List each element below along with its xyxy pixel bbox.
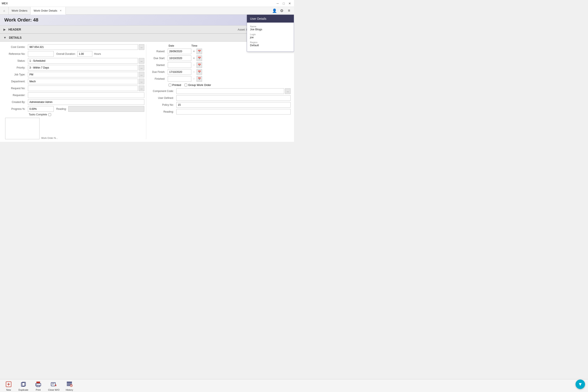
request-no-label: Request No:: [3, 87, 27, 90]
user-login-field-value: joe: [250, 36, 291, 39]
user-defined-label: User Defined:: [150, 96, 175, 100]
printed-checkbox-row[interactable]: Printed: [169, 84, 181, 86]
details-section-label: DETAILS: [9, 36, 22, 39]
finished-row: Finished: ✕ 📅: [150, 76, 291, 82]
user-details-title: User Details: [250, 17, 266, 20]
reading2-row: Reading:: [150, 109, 291, 114]
user-region-field-value: Default: [250, 44, 291, 47]
printed-checkbox[interactable]: [169, 84, 171, 86]
finished-label: Finished:: [150, 77, 167, 80]
group-wo-checkbox-row[interactable]: Group Work Order: [185, 84, 211, 86]
status-label: Status:: [3, 59, 27, 62]
finished-clear-icon[interactable]: ✕: [192, 77, 196, 80]
component-code-input[interactable]: [176, 88, 284, 94]
reference-no-label: Reference No:: [3, 52, 27, 56]
priority-browse-button[interactable]: …: [139, 65, 144, 70]
tab-bar: ⌂ Work Orders Work Order Details ✕ 👤 ⚙ ≡: [0, 7, 294, 14]
reading-label: Reading:: [56, 108, 67, 110]
cost-centre-browse-button[interactable]: …: [139, 44, 144, 50]
title-bar: MEX ─ □ ✕: [0, 0, 294, 7]
request-no-row: Request No: …: [3, 86, 144, 91]
reference-duration-row: Reference No: Overall Duration: Hours: [3, 51, 144, 57]
status-input[interactable]: [28, 58, 138, 64]
finished-input[interactable]: [168, 76, 191, 82]
close-button[interactable]: ✕: [287, 1, 292, 6]
due-finish-clear-icon[interactable]: ✕: [192, 70, 196, 74]
group-wo-checkbox[interactable]: [185, 84, 187, 86]
component-code-label: Component Code:: [150, 90, 175, 93]
priority-label: Priority:: [3, 66, 27, 69]
tab-work-order-details-label: Work Order Details: [33, 9, 57, 12]
requester-label: Requester:: [3, 94, 27, 97]
job-type-input[interactable]: [28, 72, 138, 77]
job-type-row: Job Type: …: [3, 72, 144, 77]
tab-work-order-details[interactable]: Work Order Details ✕: [30, 7, 65, 14]
policy-no-label: Policy No:: [150, 103, 175, 106]
due-finish-input[interactable]: [168, 69, 191, 75]
request-no-browse-button[interactable]: …: [139, 86, 144, 91]
department-browse-button[interactable]: …: [139, 79, 144, 84]
user-details-body: Name Joe Blogs Login joe Region Default: [247, 22, 294, 52]
user-name-field-label: Name: [250, 25, 291, 28]
reading2-label: Reading:: [150, 110, 175, 113]
maximize-button[interactable]: □: [281, 1, 286, 6]
due-start-calendar-button[interactable]: 📅: [197, 56, 202, 61]
minimize-button[interactable]: ─: [275, 1, 280, 6]
policy-no-input[interactable]: [176, 102, 291, 108]
work-order-note-label: Work Order N...: [41, 137, 58, 139]
raised-clear-icon[interactable]: ✕: [192, 50, 196, 53]
user-region-field-label: Region: [250, 41, 291, 44]
date-col-header: Date: [169, 44, 174, 47]
started-calendar-button[interactable]: 📅: [197, 62, 202, 68]
user-icon[interactable]: 👤: [271, 8, 278, 14]
reading-input: [68, 106, 144, 112]
created-by-row: Created By:: [3, 99, 144, 105]
request-no-input[interactable]: [28, 86, 138, 91]
cost-centre-input[interactable]: [28, 44, 138, 50]
menu-icon[interactable]: ≡: [286, 8, 292, 14]
page-title: Work Order: 48: [4, 17, 38, 23]
started-label: Started:: [150, 64, 167, 66]
overall-duration-input[interactable]: [77, 51, 92, 57]
tasks-complete-label: Tasks Complete: [29, 113, 47, 116]
priority-input[interactable]: [28, 65, 138, 70]
department-input[interactable]: [28, 79, 138, 84]
user-login-field-label: Login: [250, 33, 291, 36]
printed-label: Printed: [172, 84, 181, 86]
started-input[interactable]: [168, 62, 191, 68]
status-browse-button[interactable]: …: [139, 58, 144, 64]
reference-no-input[interactable]: [28, 51, 54, 57]
header-arrow-icon: ▶: [3, 28, 6, 31]
due-finish-calendar-button[interactable]: 📅: [197, 69, 202, 75]
user-region-field: Region Default: [250, 41, 291, 47]
cost-centre-row: Cost Centre: …: [3, 44, 144, 50]
raised-calendar-button[interactable]: 📅: [197, 48, 202, 54]
component-code-row: Component Code: …: [150, 88, 291, 94]
work-order-note-textarea[interactable]: [5, 118, 39, 139]
form-area: Cost Centre: … Reference No: Overall Dur…: [0, 42, 294, 142]
component-code-browse-button[interactable]: …: [285, 88, 291, 94]
main-content: Work Order: 48 ▶ HEADER Asset: PP460 - I…: [0, 14, 294, 142]
created-by-input[interactable]: [28, 99, 144, 105]
due-start-clear-icon[interactable]: ✕: [192, 56, 196, 60]
job-type-label: Job Type:: [3, 73, 27, 76]
tab-work-orders[interactable]: Work Orders: [8, 7, 30, 14]
details-arrow-icon: ▼: [3, 36, 6, 39]
cost-centre-label: Cost Centre:: [3, 46, 27, 48]
due-start-input[interactable]: [168, 56, 191, 61]
requester-input[interactable]: [28, 92, 144, 98]
user-name-field: Name Joe Blogs: [250, 25, 291, 31]
user-details-header: User Details: [247, 15, 294, 22]
home-tab[interactable]: ⌂: [0, 7, 8, 14]
raised-input[interactable]: [168, 48, 191, 54]
user-defined-input[interactable]: [176, 95, 291, 101]
job-type-browse-button[interactable]: …: [139, 72, 144, 77]
tasks-complete-checkbox[interactable]: [48, 113, 51, 116]
progress-input[interactable]: [28, 106, 54, 112]
user-login-field: Login joe: [250, 33, 291, 39]
started-clear-icon[interactable]: ✕: [192, 64, 196, 67]
settings-icon[interactable]: ⚙: [279, 8, 285, 14]
reading2-input[interactable]: [176, 109, 291, 114]
finished-calendar-button[interactable]: 📅: [197, 76, 202, 82]
tab-close-icon[interactable]: ✕: [59, 9, 62, 12]
